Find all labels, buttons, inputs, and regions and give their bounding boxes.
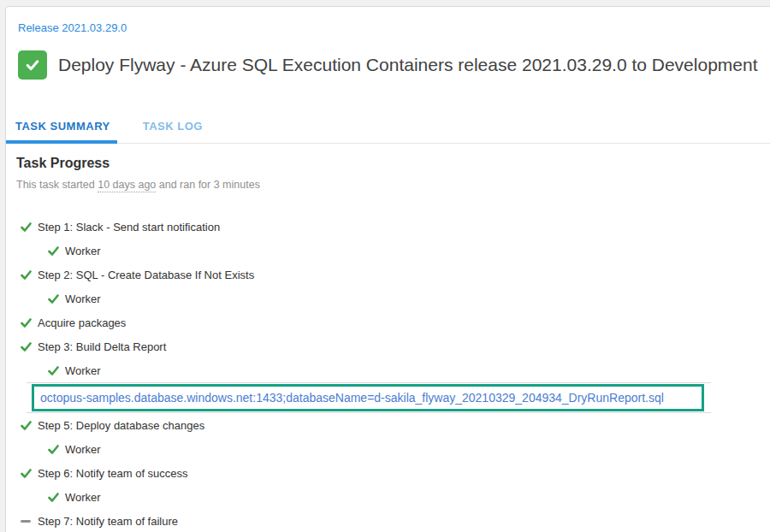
step-row[interactable]: Step 6: Notify team of success	[6, 461, 770, 485]
step-label: Step 2: SQL - Create Database If Not Exi…	[38, 269, 254, 281]
success-check-icon	[18, 50, 47, 80]
skipped-dash-icon	[21, 520, 31, 523]
check-icon	[21, 269, 32, 281]
step-label: Step 5: Deploy database changes	[38, 419, 204, 432]
active-tab-indicator	[6, 140, 117, 144]
step-label: Worker	[65, 364, 101, 377]
step-row[interactable]: Step 3: Build Delta Report	[6, 334, 770, 358]
check-icon	[48, 444, 59, 455]
step-label: Worker	[65, 245, 101, 257]
step-row[interactable]: Worker	[6, 239, 770, 263]
step-row[interactable]: Worker	[6, 437, 770, 461]
step-label: Step 1: Slack - Send start notification	[38, 221, 220, 233]
check-icon	[48, 293, 59, 304]
step-label: Worker	[65, 293, 101, 305]
step-row[interactable]: Step 5: Deploy database changes	[6, 413, 770, 437]
step-label: Worker	[65, 491, 101, 504]
check-icon	[21, 341, 32, 352]
check-icon	[21, 222, 32, 233]
page-title: Deploy Flyway - Azure SQL Execution Cont…	[58, 55, 758, 75]
step-row[interactable]: Step 2: SQL - Create Database If Not Exi…	[6, 263, 770, 287]
check-icon	[48, 492, 59, 503]
tab-task-log[interactable]: TASK LOG	[143, 120, 203, 133]
section-heading: Task Progress	[16, 156, 770, 171]
step-row[interactable]: Step 1: Slack - Send start notification	[6, 215, 770, 239]
step-label: Step 6: Notify team of success	[38, 467, 188, 480]
started-ago-text: 10 days ago	[98, 179, 156, 192]
page-header: Deploy Flyway - Azure SQL Execution Cont…	[18, 43, 770, 87]
check-icon	[21, 317, 32, 328]
step-label: Acquire packages	[38, 316, 126, 329]
step-tree: Step 1: Slack - Send start notification …	[6, 215, 770, 532]
tab-bar: TASK SUMMARY TASK LOG	[6, 109, 770, 144]
summary-suffix: and ran for 3 minutes	[156, 179, 260, 191]
task-summary-line: This task started 10 days ago and ran fo…	[16, 179, 770, 191]
check-icon	[21, 420, 32, 431]
check-icon	[21, 468, 32, 479]
step-label: Worker	[65, 443, 101, 456]
step-row[interactable]: Worker	[6, 287, 770, 310]
annotation-highlight-box: octopus-samples.database.windows.net:143…	[32, 384, 704, 411]
release-link[interactable]: Release 2021.03.29.0	[18, 21, 127, 34]
step-row[interactable]: Worker	[6, 485, 770, 509]
step-row-skipped[interactable]: Step 7: Notify team of failure	[6, 509, 770, 532]
artifact-row: octopus-samples.database.windows.net:143…	[27, 382, 711, 413]
step-label: Step 7: Notify team of failure	[38, 515, 178, 528]
step-label: Step 3: Build Delta Report	[38, 340, 166, 353]
tab-task-summary[interactable]: TASK SUMMARY	[15, 120, 110, 133]
step-row[interactable]: Worker	[6, 358, 770, 382]
summary-prefix: This task started	[16, 179, 98, 191]
check-icon	[48, 245, 59, 257]
task-details-card: Release 2021.03.29.0 Deploy Flyway - Azu…	[5, 6, 770, 532]
check-icon	[48, 365, 59, 376]
step-row[interactable]: Acquire packages	[6, 310, 770, 334]
artifact-link[interactable]: octopus-samples.database.windows.net:143…	[34, 391, 664, 405]
